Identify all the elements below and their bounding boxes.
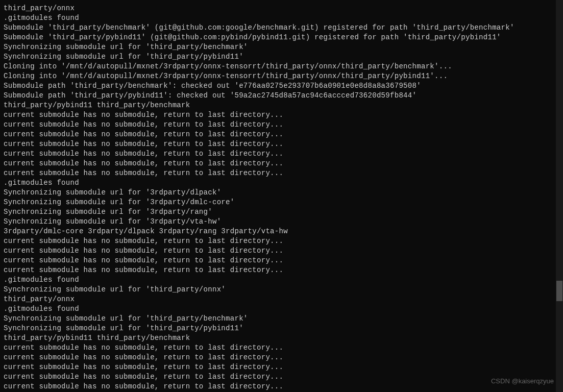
terminal-line: current submodule has no submodule, retu…: [4, 382, 552, 391]
terminal-line: third_party/pybind11 third_party/benchma…: [4, 101, 552, 110]
terminal-line: third_party/onnx: [4, 295, 552, 304]
terminal-line: current submodule has no submodule, retu…: [4, 110, 552, 120]
terminal-line: current submodule has no submodule, retu…: [4, 159, 552, 168]
terminal-line: Synchronizing submodule url for 'third_p…: [4, 285, 552, 295]
terminal-window[interactable]: third_party/onnx.gitmodules foundSubmodu…: [0, 0, 556, 392]
terminal-line: current submodule has no submodule, retu…: [4, 372, 552, 382]
terminal-line: current submodule has no submodule, retu…: [4, 362, 552, 372]
terminal-line: current submodule has no submodule, retu…: [4, 343, 552, 353]
terminal-line: Synchronizing submodule url for 'third_p…: [4, 314, 552, 324]
scrollbar-track[interactable]: [556, 0, 563, 392]
terminal-line: current submodule has no submodule, retu…: [4, 120, 552, 130]
terminal-line: .gitmodules found: [4, 304, 552, 314]
terminal-line: current submodule has no submodule, retu…: [4, 265, 552, 275]
terminal-line: Submodule 'third_party/benchmark' (git@g…: [4, 23, 552, 33]
terminal-line: Submodule path 'third_party/pybind11': c…: [4, 91, 552, 101]
terminal-line: Synchronizing submodule url for '3rdpart…: [4, 217, 552, 227]
terminal-output: third_party/onnx.gitmodules foundSubmodu…: [4, 4, 552, 391]
terminal-line: Submodule 'third_party/pybind11' (git@gi…: [4, 33, 552, 42]
terminal-line: Synchronizing submodule url for 'third_p…: [4, 42, 552, 52]
terminal-line: current submodule has no submodule, retu…: [4, 256, 552, 265]
terminal-line: current submodule has no submodule, retu…: [4, 130, 552, 139]
terminal-line: Synchronizing submodule url for '3rdpart…: [4, 188, 552, 198]
terminal-line: current submodule has no submodule, retu…: [4, 139, 552, 149]
terminal-line: current submodule has no submodule, retu…: [4, 149, 552, 159]
terminal-line: Synchronizing submodule url for '3rdpart…: [4, 198, 552, 207]
terminal-line: Synchronizing submodule url for 'third_p…: [4, 52, 552, 62]
terminal-line: current submodule has no submodule, retu…: [4, 168, 552, 178]
watermark-text: CSDN @kaiserqzyue: [491, 376, 554, 386]
terminal-line: Synchronizing submodule url for '3rdpart…: [4, 207, 552, 217]
terminal-line: current submodule has no submodule, retu…: [4, 246, 552, 256]
terminal-line: third_party/pybind11 third_party/benchma…: [4, 333, 552, 343]
terminal-line: Submodule path 'third_party/benchmark': …: [4, 81, 552, 91]
terminal-line: .gitmodules found: [4, 13, 552, 23]
terminal-line: .gitmodules found: [4, 178, 552, 188]
terminal-line: current submodule has no submodule, retu…: [4, 236, 552, 246]
terminal-line: Cloning into '/mnt/d/autopull/mxnet/3rdp…: [4, 62, 552, 71]
terminal-line: Synchronizing submodule url for 'third_p…: [4, 324, 552, 333]
scrollbar-thumb[interactable]: [556, 281, 562, 301]
terminal-line: .gitmodules found: [4, 275, 552, 285]
terminal-line: 3rdparty/dmlc-core 3rdparty/dlpack 3rdpa…: [4, 227, 552, 236]
terminal-line: current submodule has no submodule, retu…: [4, 353, 552, 362]
terminal-line: third_party/onnx: [4, 4, 552, 13]
terminal-line: Cloning into '/mnt/d/autopull/mxnet/3rdp…: [4, 71, 552, 81]
